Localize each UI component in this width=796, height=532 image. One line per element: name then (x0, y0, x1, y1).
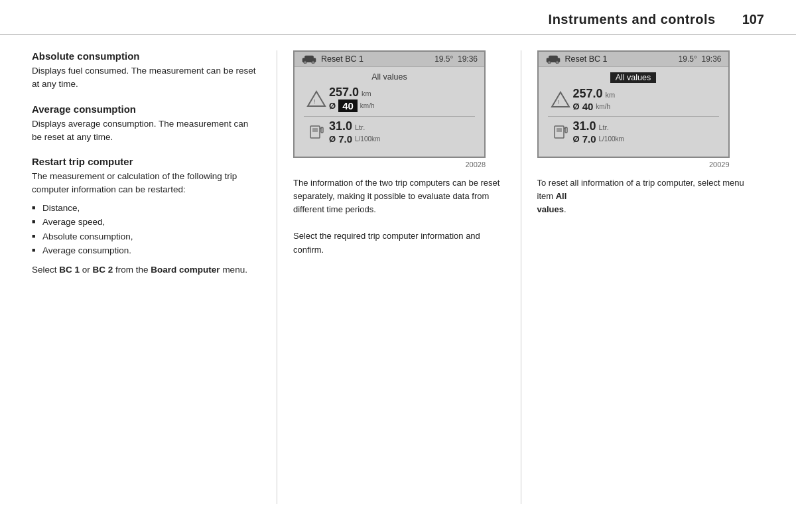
caption-left: The information of the two trip computer… (293, 176, 505, 216)
svg-marker-14 (552, 92, 569, 107)
display-menu-highlighted-right: All values (610, 72, 657, 83)
display-reset-label-left: Reset BC 1 (321, 54, 364, 64)
section-text-absolute: Displays fuel consumed. The measurement … (32, 64, 257, 92)
page: Instruments and controls 107 Absolute co… (0, 0, 796, 520)
section-title-absolute: Absolute consumption (32, 50, 257, 62)
display-header-left: Reset BC 1 19.5° 19:36 (295, 52, 484, 67)
display-sub-row1-right: Ø 40 km/h (573, 101, 719, 112)
bullet-abs-consumption: Absolute consumption, (32, 230, 257, 244)
caption-right-bold1: All (556, 191, 567, 201)
display-temp-left: 19.5° (434, 54, 453, 64)
caption-right-suffix: . (564, 204, 566, 214)
display-time-left: 19:36 (458, 54, 478, 64)
svg-rect-9 (321, 127, 323, 133)
bullet-avg-speed: Average speed, (32, 215, 257, 230)
display-values-row1-left: 257.0 km Ø 40 km/h (329, 86, 475, 112)
svg-marker-4 (308, 92, 325, 106)
display-header-rightside: 19.5° 19:36 (679, 54, 722, 64)
left-column: Absolute consumption Displays fuel consu… (32, 50, 277, 504)
avg-speed-highlighted-left: 40 (338, 100, 358, 112)
road-icon-right: ! (548, 91, 573, 108)
display-header-left-group: Reset BC 1 (301, 54, 364, 64)
section-footer-restart: Select BC 1 or BC 2 from the Board compu… (32, 263, 257, 277)
svg-rect-17 (557, 128, 562, 132)
bullet-list: Distance, Average speed, Absolute consum… (32, 201, 257, 258)
page-body: Absolute consumption Displays fuel consu… (0, 34, 796, 520)
display-sub-row2-right: Ø 7.0 L/100km (573, 133, 719, 145)
display-reset-label-right: Reset BC 1 (565, 54, 608, 64)
car-icon-right (545, 54, 561, 64)
caption-right-bold2: values (537, 204, 564, 214)
display-row1-left: ! 257.0 km Ø 40 km/h (304, 86, 475, 112)
svg-point-3 (312, 61, 314, 64)
bc1-label: BC 1 (59, 265, 80, 275)
display-sub-row1-left: Ø 40 km/h (329, 100, 475, 112)
svg-rect-19 (565, 127, 567, 133)
svg-point-13 (555, 61, 558, 64)
display-row1-right: ! 257.0 km Ø 40 km/h (548, 87, 719, 112)
road-icon-left: ! (304, 90, 329, 107)
section-title-restart: Restart trip computer (32, 156, 257, 167)
middle-column: Reset BC 1 19.5° 19:36 All values (277, 50, 521, 504)
bc2-label: BC 2 (93, 265, 113, 275)
display-panel-right: Reset BC 1 19.5° 19:36 All values (537, 50, 730, 158)
page-header: Instruments and controls 107 (0, 0, 796, 34)
fuel-icon-right (548, 123, 573, 141)
display-time-right: 19:36 (701, 54, 721, 64)
fuel-icon-left (304, 123, 329, 141)
display-menu-label-right: All values (548, 72, 719, 83)
display-temp-right: 19.5° (679, 54, 697, 64)
display-values-row1-right: 257.0 km Ø 40 km/h (573, 87, 719, 112)
section-text-average: Displays average consumption. The measur… (32, 117, 257, 145)
display-values-row2-right: 31.0 Ltr. Ø 7.0 L/100km (573, 119, 719, 145)
page-number: 107 (742, 12, 764, 27)
display-divider-left (304, 116, 475, 117)
display-panel-left: Reset BC 1 19.5° 19:36 All values (293, 50, 486, 158)
bullet-avg-consumption: Average consumption. (32, 243, 257, 258)
display-row2-right: 31.0 Ltr. Ø 7.0 L/100km (548, 119, 719, 145)
display-values-row2-left: 31.0 Ltr. Ø 7.0 L/100km (329, 119, 475, 145)
display-menu-label-left: All values (304, 72, 475, 82)
display-header-right-left: 19.5° 19:36 (434, 54, 478, 64)
bullet-distance: Distance, (32, 201, 257, 216)
car-icon-left (301, 54, 317, 64)
right-column: Reset BC 1 19.5° 19:36 All values (521, 50, 765, 504)
svg-point-12 (547, 61, 550, 64)
display-main-value-row1-left: 257.0 km (329, 86, 475, 100)
figure-number-left: 20028 (293, 161, 486, 168)
display-body-right: All values ! 257.0 km (539, 67, 728, 157)
svg-rect-7 (312, 128, 318, 132)
display-main-value-row2-right: 31.0 Ltr. (573, 119, 719, 133)
display-body-left: All values ! 257.0 km (295, 67, 484, 157)
display-main-value-row2-left: 31.0 Ltr. (329, 119, 475, 133)
svg-rect-11 (549, 56, 558, 60)
caption-right-prefix: To reset all information of a trip compu… (537, 178, 744, 201)
board-computer-label: Board computer (151, 265, 220, 275)
section-intro-restart: The measurement or calculation of the fo… (32, 170, 257, 197)
caption-left-2: Select the required trip computer inform… (293, 230, 505, 256)
display-header-right-group: Reset BC 1 (545, 54, 608, 64)
header-title: Instruments and controls (549, 12, 716, 27)
display-row2-left: 31.0 Ltr. Ø 7.0 L/100km (304, 119, 475, 145)
svg-point-2 (304, 61, 306, 64)
svg-text:!: ! (558, 99, 560, 105)
display-divider-right (548, 116, 719, 117)
display-main-value-row1-right: 257.0 km (573, 87, 719, 101)
display-sub-row2-left: Ø 7.0 L/100km (329, 133, 475, 145)
svg-text:!: ! (314, 98, 316, 105)
display-header-right: Reset BC 1 19.5° 19:36 (539, 52, 728, 67)
caption-right: To reset all information of a trip compu… (537, 176, 749, 216)
svg-rect-1 (304, 56, 314, 60)
section-title-average: Average consumption (32, 103, 257, 115)
figure-number-right: 20029 (537, 161, 730, 168)
